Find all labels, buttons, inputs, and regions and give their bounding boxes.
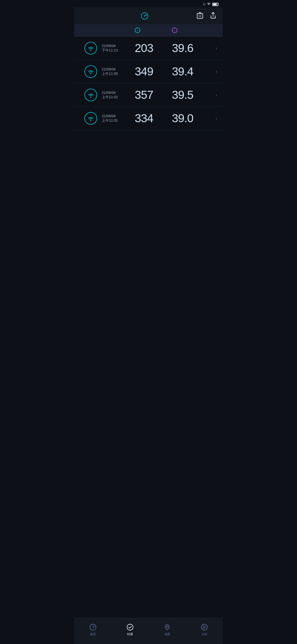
date-time: 21/09/04 上午11:05 (102, 67, 135, 76)
time-text: 上午11:05 (102, 71, 135, 76)
upload-speed: 39.4 (172, 65, 209, 78)
results-nav-icon (126, 623, 134, 631)
date-time: 21/09/04 上午11:02 (102, 91, 135, 100)
result-row[interactable]: 21/09/04 上午11:01 334 39.0 › (74, 107, 223, 130)
chevron-right-icon: › (209, 45, 217, 51)
download-speed: 203 (135, 42, 172, 55)
svg-point-6 (90, 120, 91, 121)
bluetooth-icon: ⚇ (203, 2, 206, 6)
share-button[interactable] (209, 11, 217, 21)
svg-point-9 (127, 624, 133, 630)
wifi-circle-icon (84, 89, 97, 101)
map-nav-label: 地图 (164, 632, 170, 636)
column-headers: ↓ ↑ (74, 24, 223, 37)
download-speed: 349 (135, 65, 172, 78)
svg-point-3 (90, 50, 91, 51)
empty-space (74, 374, 223, 618)
chevron-right-icon: › (209, 69, 217, 75)
nav-item-headline[interactable]: 头条 (186, 621, 223, 638)
col-upload: ↑ (172, 28, 209, 33)
date-text: 21/09/04 (102, 114, 135, 118)
bottom-nav: 速度 结果 地图 头条 (74, 618, 223, 644)
nav-item-map[interactable]: 地图 (148, 621, 186, 638)
wifi-circle-icon (84, 65, 97, 78)
chevron-right-icon: › (209, 116, 217, 121)
chevron-right-icon: › (209, 92, 217, 98)
nav-item-speed[interactable]: 速度 (74, 621, 111, 638)
header-actions (196, 11, 217, 21)
date-time: 21/09/04 上午11:01 (102, 114, 135, 123)
speed-nav-icon (89, 623, 97, 631)
upload-speed: 39.0 (172, 112, 209, 125)
download-speed: 357 (135, 88, 172, 102)
time-text: 上午11:02 (102, 95, 135, 100)
map-nav-icon (163, 623, 171, 631)
upload-speed: 39.6 (172, 42, 209, 55)
col-download: ↓ (135, 28, 172, 33)
download-speed: 334 (135, 112, 172, 125)
results-nav-label: 结果 (127, 632, 133, 636)
results-list: 21/09/04 下午11:13 203 39.6 › 21/09/04 上午1… (74, 37, 223, 374)
status-right-icons: ⚇ (202, 2, 218, 6)
download-arrow-icon: ↓ (135, 28, 140, 33)
battery-icon (212, 3, 218, 6)
svg-rect-2 (197, 13, 203, 18)
time-text: 下午11:13 (102, 48, 135, 53)
wifi-circle-icon (84, 42, 97, 54)
wifi-circle-icon (84, 112, 97, 125)
svg-point-4 (90, 73, 91, 74)
time-text: 上午11:01 (102, 118, 135, 123)
status-bar: ⚇ (74, 0, 223, 7)
delete-button[interactable] (196, 11, 204, 21)
date-text: 21/09/04 (102, 67, 135, 71)
date-text: 21/09/04 (102, 44, 135, 48)
wifi-icon-wrap (80, 89, 102, 101)
wifi-icon-wrap (80, 65, 102, 78)
svg-point-10 (166, 626, 168, 627)
headline-nav-label: 头条 (201, 632, 207, 636)
upload-speed: 39.5 (172, 88, 209, 102)
battery-indicator (212, 3, 218, 6)
upload-arrow-icon: ↑ (172, 28, 177, 33)
result-row[interactable]: 21/09/04 上午11:05 349 39.4 › (74, 60, 223, 83)
date-time: 21/09/04 下午11:13 (102, 44, 135, 53)
app-title-area (96, 12, 196, 20)
app-header (74, 7, 223, 24)
speedtest-logo (141, 12, 148, 20)
date-text: 21/09/04 (102, 91, 135, 95)
result-row[interactable]: 21/09/04 下午11:13 203 39.6 › (74, 37, 223, 60)
svg-point-1 (144, 15, 145, 17)
wifi-icon-wrap (80, 42, 102, 54)
nav-item-results[interactable]: 结果 (111, 621, 148, 638)
headline-nav-icon (200, 623, 208, 631)
svg-point-8 (92, 627, 94, 628)
result-row[interactable]: 21/09/04 上午11:02 357 39.5 › (74, 83, 223, 107)
speed-nav-label: 速度 (90, 632, 96, 636)
svg-point-5 (90, 97, 91, 98)
wifi-icon-wrap (80, 112, 102, 125)
wifi-status-icon (207, 2, 211, 6)
